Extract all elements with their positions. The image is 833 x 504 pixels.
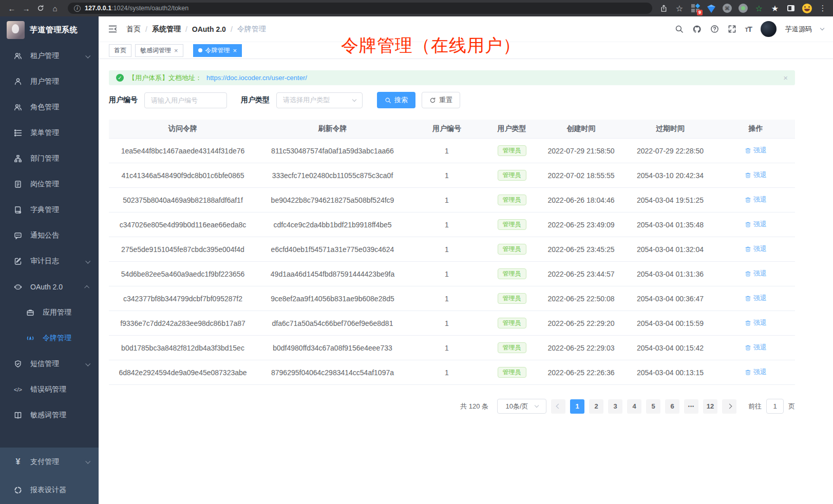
force-logout-button[interactable]: 强退 [745, 367, 767, 377]
sidebar-item-audit-log[interactable]: 审计日志 [0, 248, 99, 274]
tag-token-active[interactable]: 令牌管理 × [193, 44, 242, 57]
search-button[interactable]: 搜索 [377, 92, 415, 108]
user-type-badge: 管理员 [498, 318, 526, 328]
bookmark-star-icon[interactable]: ☆ [674, 3, 685, 13]
extension-star-green-icon[interactable]: ☆ [754, 3, 764, 13]
browser-reload-button[interactable] [34, 2, 47, 14]
close-icon[interactable]: × [783, 73, 788, 82]
doc-link[interactable]: https://doc.iocoder.cn/user-center/ [206, 74, 307, 82]
page-button-6[interactable]: 6 [665, 399, 679, 414]
page-button-4[interactable]: 4 [627, 399, 641, 414]
access-token-cell: 41c41346a548490f9dc8b01c6bfe0865 [109, 171, 257, 180]
tag-home[interactable]: 首页 [109, 44, 131, 57]
extension-badge: 9 [697, 10, 703, 15]
user-id-input[interactable] [144, 92, 227, 108]
force-logout-button[interactable]: 强退 [745, 220, 767, 229]
sidebar-item-sms[interactable]: 短信管理 [0, 351, 99, 377]
page-info-icon[interactable]: i [74, 5, 81, 12]
expires-cell: 2054-03-10 20:42:34 [624, 171, 716, 180]
extension-star-white-icon[interactable]: ★ [770, 3, 780, 13]
page-button-12[interactable]: 12 [703, 399, 717, 414]
sidebar-item-dict[interactable]: 字典管理 [0, 197, 99, 223]
sidebar-item-post[interactable]: 岗位管理 [0, 171, 99, 197]
page-button-3[interactable]: 3 [608, 399, 622, 414]
user-id-cell: 1 [408, 147, 485, 155]
sidebar-item-report-designer[interactable]: 报表设计器 [0, 476, 99, 504]
page-button-2[interactable]: 2 [589, 399, 603, 414]
sidebar-item-oauth-app[interactable]: 应用管理 [0, 300, 99, 325]
username-label[interactable]: 芋道源码 [785, 25, 812, 34]
browser-back-button[interactable]: ← [5, 2, 18, 14]
tag-sensitive-words[interactable]: 敏感词管理 × [135, 44, 183, 57]
close-icon[interactable]: × [233, 47, 237, 54]
force-logout-button[interactable]: 强退 [745, 146, 767, 155]
share-icon[interactable] [658, 3, 669, 13]
expires-cell: 2054-03-04 00:15:59 [624, 319, 716, 327]
close-icon[interactable]: × [174, 47, 178, 54]
github-icon[interactable] [692, 25, 702, 34]
access-token-cell: c342377bf8b344799dcbf7bf095287f2 [109, 295, 257, 303]
page-ellipsis[interactable]: ••• [684, 399, 698, 414]
user-avatar[interactable] [761, 21, 777, 37]
browser-home-button[interactable]: ⌂ [48, 2, 62, 14]
force-logout-button[interactable]: 强退 [745, 318, 767, 327]
sidebar-item-role[interactable]: 角色管理 [0, 94, 99, 120]
breadcrumb-oauth[interactable]: OAuth 2.0 [192, 25, 226, 33]
browser-menu-icon[interactable]: ⋮ [818, 3, 828, 13]
sidebar-item-label: 审计日志 [30, 257, 59, 266]
sidebar-item-token[interactable]: 令牌管理 [0, 325, 99, 351]
sidebar-item-tenant[interactable]: 租户管理 [0, 43, 99, 69]
fullscreen-icon[interactable] [728, 25, 736, 33]
sidebar-item-oauth2[interactable]: OAuth 2.0 [0, 274, 99, 300]
sidebar-item-dept[interactable]: 部门管理 [0, 146, 99, 171]
expires-cell: 2054-03-04 00:13:15 [624, 369, 716, 377]
chevron-down-icon[interactable] [820, 26, 824, 30]
force-logout-button[interactable]: 强退 [745, 269, 767, 278]
breadcrumb-system[interactable]: 系统管理 [152, 25, 181, 34]
prev-page-button[interactable] [551, 399, 565, 414]
sidebar-item-error-code[interactable]: </> 错误码管理 [0, 377, 99, 402]
sidebar-item-menu[interactable]: 菜单管理 [0, 120, 99, 146]
force-logout-button[interactable]: 强退 [745, 195, 767, 204]
open-book-icon [13, 411, 23, 420]
sidebar-item-label: 租户管理 [30, 51, 59, 61]
extension-record-icon[interactable] [738, 3, 748, 13]
extension-grid-icon[interactable]: 9 [690, 3, 701, 13]
reset-button[interactable]: 重置 [422, 92, 460, 108]
help-icon[interactable] [710, 25, 719, 33]
goto-page-input[interactable] [766, 399, 784, 414]
page-button-1[interactable]: 1 [570, 399, 584, 414]
user-id-label: 用户编号 [109, 95, 138, 105]
search-icon[interactable] [675, 25, 684, 33]
chevron-down-icon [534, 403, 538, 408]
sidebar-item-notice[interactable]: 通知公告 [0, 223, 99, 248]
extension-command-icon[interactable]: ⌘ [722, 3, 732, 13]
chevron-down-icon [85, 361, 90, 366]
col-user-type: 用户类型 [485, 124, 538, 133]
browser-forward-button[interactable]: → [20, 2, 33, 14]
force-logout-button[interactable]: 强退 [745, 294, 767, 303]
sidebar-item-payment[interactable]: ¥ 支付管理 [0, 448, 99, 476]
force-logout-button[interactable]: 强退 [745, 244, 767, 254]
id-badge-icon [13, 180, 23, 189]
side-panel-icon[interactable] [786, 3, 796, 13]
force-logout-button[interactable]: 强退 [745, 170, 767, 180]
tag-label: 敏感词管理 [140, 46, 171, 55]
page-button-5[interactable]: 5 [646, 399, 660, 414]
user-id-cell: 1 [408, 245, 485, 254]
sidebar-item-sensitive-words[interactable]: 敏感词管理 [0, 402, 99, 428]
address-bar[interactable]: i 127.0.0.1:1024/system/oauth2/token [68, 3, 652, 14]
extension-gem-icon[interactable] [706, 3, 716, 13]
sidebar-item-user[interactable]: 用户管理 [0, 69, 99, 94]
font-size-icon[interactable]: TT [745, 25, 752, 33]
page-size-select[interactable]: 10条/页 [497, 399, 546, 414]
next-page-button[interactable] [722, 399, 736, 414]
refresh-token-cell: be90422b8c7946218275a508bf524fc9 [257, 196, 408, 204]
profile-avatar-icon[interactable] [802, 3, 812, 13]
force-logout-button[interactable]: 强退 [745, 343, 767, 352]
refresh-token-cell: b0df4980ffd34c67a08f9156e4eee733 [257, 344, 408, 352]
user-type-select[interactable]: 请选择用户类型 [276, 92, 363, 108]
collapse-sidebar-icon[interactable] [108, 24, 118, 34]
breadcrumb-home[interactable]: 首页 [126, 25, 141, 34]
access-token-cell: c347026e805e4d99b0d116eae66eda8c [109, 221, 257, 229]
